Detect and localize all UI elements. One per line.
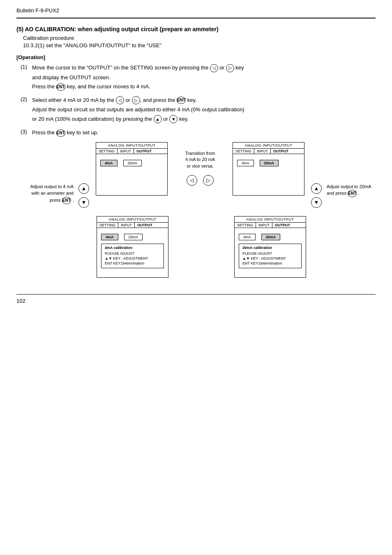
tab-output-br: OUTPUT [272, 223, 293, 228]
right-annotation: ▲ ▼ Adjust output to 20mAand press ENT . [304, 142, 376, 208]
tab-input-tr: INPUT [254, 149, 271, 154]
tab-setting-tl: SETTING [96, 149, 118, 154]
screen-body-tr: 4mA 20mA [233, 154, 304, 187]
step-2-num: (2) [21, 96, 32, 125]
tab-output-tr: OUTPUT [271, 149, 291, 154]
calib-20ma-line3: ENT KEY:Determination [242, 261, 298, 265]
step-2-line-2: Adjust the output circuit so that output… [32, 106, 376, 114]
step-3: (3) Press the ENT key to set up. [21, 129, 376, 138]
step-1-content: Move the cursor to the “OUTPUT” on the S… [32, 64, 376, 92]
screen-tabs-tl: SETTING INPUT OUTPUT [96, 149, 167, 154]
step-3-num: (3) [21, 129, 32, 138]
screen-tabs-tr: SETTING INPUT OUTPUT [233, 149, 304, 154]
tab-output-tl: OUTPUT [134, 149, 154, 154]
calib-20ma-line2: ▲▼ KEY : ADJUSTMENT [242, 256, 298, 260]
btn-20ma-br: 20mA [261, 234, 281, 240]
left-annot-text: Adjust output to 4 mAwith an ammeter and… [30, 183, 74, 204]
step-2-line-3: or 20 mA (100% output calibration) by pr… [32, 115, 376, 124]
screen-btns-tr: 4mA 20mA [237, 160, 279, 166]
screen-header-tr: ANALOG INPUT/OUTPUT [233, 143, 304, 149]
step-1: (1) Move the cursor to the “OUTPUT” on t… [21, 64, 376, 92]
ent-key-2: ENT [177, 97, 186, 104]
calib-20ma-line1: PLEASE ADJUST [242, 251, 298, 256]
btn-4ma-br: 4mA [239, 234, 256, 240]
screen-header-br: ANALOG INPUT/OUTPUT [235, 216, 306, 223]
calib-4ma-line1: PLEASE ADJUST [105, 251, 160, 256]
cal-sub: 10.3.2(1) set the "ANALOG INPUT/OUTPUT" … [23, 42, 376, 48]
left-arrow: ◁ [187, 175, 197, 186]
btn-4ma-tl: 4mA [100, 160, 118, 166]
section-title: (5) AO CALIBRATION: when adjusting outpu… [16, 26, 376, 32]
btn-20ma-bl: 20mA [124, 234, 143, 240]
screen-header-bl: ANALOG INPUT/OUTPUT [97, 216, 168, 223]
bottom-spacer [168, 216, 234, 278]
right-arrow: ▷ [203, 175, 214, 186]
left-screen-col: ANALOG INPUT/OUTPUT SETTING INPUT OUTPUT… [96, 142, 168, 196]
btn-4ma-bl: 4mA [101, 234, 118, 240]
screen-body-br: 4mA 20mA 20mA calibration PLEASE ADJUST … [235, 228, 306, 272]
calib-4ma-line2: ▲▼ KEY : ADJUSTMENT [105, 256, 160, 260]
down-key-right: ▼ [311, 197, 322, 208]
down-key-left: ▼ [78, 197, 89, 208]
calib-20ma-box: 20mA calibration PLEASE ADJUST ▲▼ KEY : … [239, 244, 302, 268]
screen-btns-br: 4mA 20mA [239, 234, 280, 240]
cal-procedure: Calibration procedure [23, 35, 376, 41]
step-3-content: Press the ENT key to set up. [32, 129, 376, 138]
tab-input-br: INPUT [256, 223, 272, 228]
step-2-line-1: Select either 4 mA or 20 mA by the ◁ or … [32, 96, 376, 105]
tab-setting-tr: SETTING [233, 149, 254, 154]
calib-4ma-title: 4mA calibration [105, 246, 160, 250]
right-annot-content: ▲ ▼ Adjust output to 20mAand press ENT . [309, 183, 371, 208]
calib-4ma-box: 4mA calibration PLEASE ADJUST ▲▼ KEY : A… [101, 244, 164, 268]
tab-input-bl: INPUT [118, 223, 135, 228]
right-calib-col: ANALOG INPUT/OUTPUT SETTING INPUT OUTPUT… [234, 216, 306, 278]
up-key-left: ▲ [78, 183, 89, 194]
btn-20ma-tr: 20mA [260, 160, 279, 166]
bottom-screens-row: ANALOG INPUT/OUTPUT SETTING INPUT OUTPUT… [97, 216, 376, 278]
left-calib-col: ANALOG INPUT/OUTPUT SETTING INPUT OUTPUT… [97, 216, 168, 278]
btn-20ma-tl: 20mA [123, 160, 142, 166]
bottom-divider [16, 294, 376, 295]
step-1-line-3: Press the ENT key, and the cursor moves … [32, 83, 376, 91]
calib-4ma-line3: ENT KEY:Determination [105, 261, 160, 265]
step-1-line-1: Move the cursor to the “OUTPUT” on the S… [32, 64, 376, 72]
screen-bottom-right: ANALOG INPUT/OUTPUT SETTING INPUT OUTPUT… [234, 216, 306, 278]
ent-key-annot-left: ENT [62, 197, 71, 204]
right-screen-col: ANALOG INPUT/OUTPUT SETTING INPUT OUTPUT… [233, 142, 304, 196]
step-3-line-1: Press the ENT key to set up. [32, 129, 376, 137]
operation-label: [Operation] [16, 54, 376, 60]
screen-body-bl: 4mA 20mA 4mA calibration PLEASE ADJUST ▲… [97, 228, 168, 272]
screen-top-left: ANALOG INPUT/OUTPUT SETTING INPUT OUTPUT… [96, 142, 168, 196]
screen-btns-bl: 4mA 20mA [101, 234, 143, 240]
screen-top-right: ANALOG INPUT/OUTPUT SETTING INPUT OUTPUT… [233, 142, 304, 196]
step-2-content: Select either 4 mA or 20 mA by the ◁ or … [32, 96, 376, 125]
step-2: (2) Select either 4 mA or 20 mA by the ◁… [21, 96, 376, 125]
screen-bottom-left: ANALOG INPUT/OUTPUT SETTING INPUT OUTPUT… [97, 216, 168, 278]
ent-key-annot-right: ENT [348, 190, 357, 197]
top-divider [16, 18, 376, 18]
transition-text: Transition from4 mA to 20 mAor vice vers… [185, 150, 215, 169]
screen-body-tl: 4mA 20mA [96, 154, 167, 187]
up-key-right: ▲ [311, 183, 322, 194]
left-annotation: Adjust output to 4 mAwith an ammeter and… [25, 142, 96, 208]
tab-output-bl: OUTPUT [135, 223, 155, 228]
step-1-num: (1) [21, 64, 32, 92]
btn-4ma-tr: 4mA [237, 160, 254, 166]
left-annot-content: Adjust output to 4 mAwith an ammeter and… [30, 183, 92, 208]
ent-key-3: ENT [56, 129, 65, 137]
tab-setting-bl: SETTING [97, 223, 118, 228]
diagram-area: Adjust output to 4 mAwith an ammeter and… [25, 142, 376, 278]
tab-input-tl: INPUT [118, 149, 134, 154]
lr-arrows: ◁ ▷ [187, 175, 214, 186]
transition-area: Transition from4 mA to 20 mAor vice vers… [168, 142, 233, 186]
right-ud-keys: ▲ ▼ [309, 183, 324, 208]
left-ud-keys: ▲ ▼ [76, 183, 92, 208]
calib-20ma-title: 20mA calibration [242, 246, 298, 250]
screen-tabs-br: SETTING INPUT OUTPUT [235, 223, 306, 228]
screen-tabs-bl: SETTING INPUT OUTPUT [97, 223, 168, 228]
page-number: 102 [16, 298, 376, 304]
step-1-line-2: and display the OUTPUT screen. [32, 74, 376, 82]
ent-key-1: ENT [56, 83, 65, 91]
tab-setting-br: SETTING [235, 223, 256, 228]
right-annot-text: Adjust output to 20mAand press ENT . [327, 183, 371, 198]
